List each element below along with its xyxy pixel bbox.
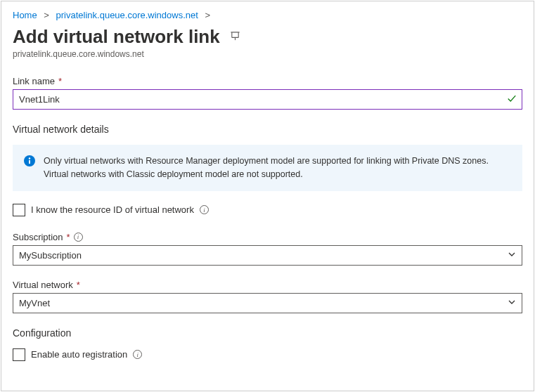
breadcrumb-sep: > xyxy=(205,10,211,20)
auto-registration-row: Enable auto registration i xyxy=(13,348,522,361)
check-icon xyxy=(507,93,517,105)
svg-rect-0 xyxy=(232,32,238,37)
required-indicator: * xyxy=(77,280,80,290)
info-box-text: Only virtual networks with Resource Mana… xyxy=(44,155,511,181)
virtual-network-dropdown[interactable]: MyVnet xyxy=(13,293,522,313)
link-name-label: Link name * xyxy=(13,76,522,86)
configuration-header: Configuration xyxy=(13,327,522,339)
link-name-input-wrapper xyxy=(13,89,522,110)
breadcrumb-zone[interactable]: privatelink.queue.core.windows.net xyxy=(56,10,198,20)
svg-rect-6 xyxy=(29,160,30,164)
breadcrumb-home[interactable]: Home xyxy=(13,10,37,20)
pin-icon[interactable] xyxy=(230,31,240,44)
info-tooltip-icon[interactable]: i xyxy=(74,233,83,242)
page-title: Add virtual network link xyxy=(13,26,220,48)
subscription-value: MySubscription xyxy=(19,250,82,261)
chevron-down-icon xyxy=(508,298,516,308)
virtual-network-value: MyVnet xyxy=(19,298,50,308)
link-name-input[interactable] xyxy=(13,89,522,110)
page-subtitle: privatelink.queue.core.windows.net xyxy=(13,49,522,59)
resource-id-checkbox-label: I know the resource ID of virtual networ… xyxy=(31,204,194,215)
auto-registration-label: Enable auto registration xyxy=(31,349,127,360)
vnet-details-header: Virtual network details xyxy=(13,124,522,135)
info-box: Only virtual networks with Resource Mana… xyxy=(13,145,522,191)
info-tooltip-icon[interactable]: i xyxy=(200,205,209,214)
required-indicator: * xyxy=(58,76,62,86)
page-container: Home > privatelink.queue.core.windows.ne… xyxy=(1,1,534,391)
page-title-row: Add virtual network link xyxy=(13,26,522,48)
subscription-label: Subscription * i xyxy=(13,232,522,242)
resource-id-checkbox[interactable] xyxy=(13,204,25,216)
resource-id-checkbox-row: I know the resource ID of virtual networ… xyxy=(13,204,522,216)
breadcrumb-sep: > xyxy=(44,10,49,20)
info-icon xyxy=(24,155,35,166)
virtual-network-label: Virtual network * xyxy=(13,280,522,290)
auto-registration-checkbox[interactable] xyxy=(13,348,25,361)
subscription-dropdown[interactable]: MySubscription xyxy=(13,245,522,266)
breadcrumb: Home > privatelink.queue.core.windows.ne… xyxy=(13,10,522,20)
chevron-down-icon xyxy=(508,250,516,260)
required-indicator: * xyxy=(67,232,70,242)
info-tooltip-icon[interactable]: i xyxy=(133,350,142,359)
svg-point-5 xyxy=(29,157,30,159)
